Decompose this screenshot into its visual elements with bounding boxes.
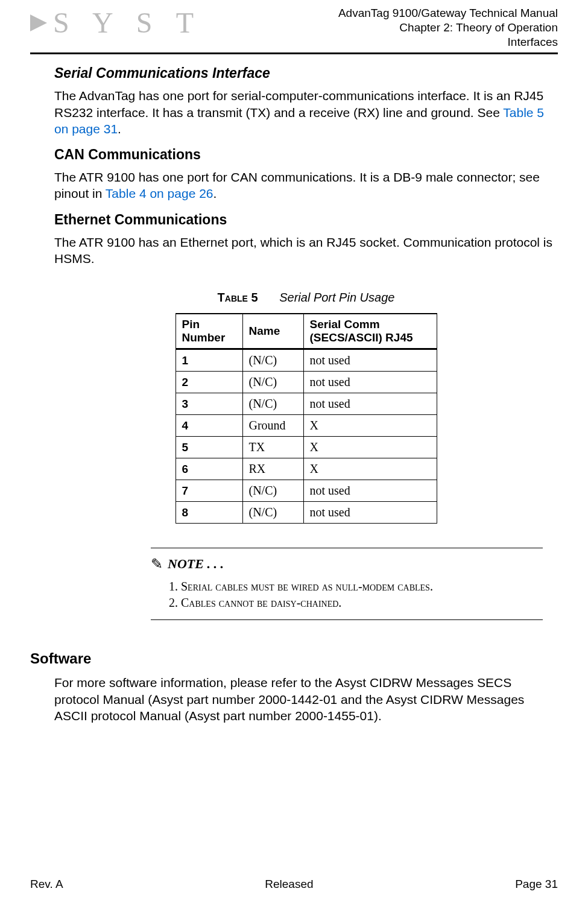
can-body-b: .: [213, 186, 217, 200]
note-item-1: 1. Serial cables must be wired as null-m…: [169, 578, 543, 595]
table-title: Serial Port Pin Usage: [279, 291, 394, 304]
serial-body-b: .: [118, 122, 121, 136]
pin-usage-table: Pin Number Name Serial Comm (SECS/ASCII)…: [175, 313, 437, 524]
note-item-2: 2. Cables cannot be daisy-chained.: [169, 595, 543, 611]
table4-link[interactable]: Table 4 on page 26: [106, 186, 213, 200]
header-meta: AdvanTag 9100/Gateway Technical Manual C…: [338, 6, 558, 49]
footer-status: Released: [265, 878, 313, 891]
note-title: NOTE . . .: [168, 556, 224, 572]
table-row: 5TXX: [175, 437, 437, 458]
logo-triangle-icon: [30, 14, 47, 31]
table-caption: Table 5 Serial Port Pin Usage: [54, 291, 558, 305]
header-section: Interfaces: [338, 35, 558, 49]
table-row: 7(N/C)not used: [175, 480, 437, 502]
software-body: For more software information, please re…: [54, 674, 558, 724]
can-comm-heading: CAN Communications: [54, 147, 558, 163]
header-chapter: Chapter 2: Theory of Operation: [338, 21, 558, 35]
software-heading: Software: [30, 650, 558, 667]
page-header: S Y S T AdvanTag 9100/Gateway Technical …: [30, 6, 558, 54]
table-row: 6RXX: [175, 458, 437, 480]
pencil-icon: ✎: [151, 556, 163, 572]
eth-comm-heading: Ethernet Communications: [54, 212, 558, 228]
th-usage: Serial Comm (SECS/ASCII) RJ45: [303, 314, 437, 349]
table-row: 3(N/C)not used: [175, 393, 437, 415]
logo: S Y S T: [30, 6, 202, 39]
th-name: Name: [242, 314, 303, 349]
table-row: 4GroundX: [175, 415, 437, 437]
table-row: 2(N/C)not used: [175, 372, 437, 393]
serial-body-a: The AdvanTag has one port for serial-com…: [54, 89, 543, 119]
eth-comm-body: The ATR 9100 has an Ethernet port, which…: [54, 234, 558, 267]
serial-comm-heading: Serial Communications Interface: [54, 65, 558, 81]
table-header-row: Pin Number Name Serial Comm (SECS/ASCII)…: [175, 314, 437, 349]
table-number: Table 5: [218, 291, 258, 304]
footer-page: Page 31: [515, 878, 558, 891]
logo-text: S Y S T: [53, 6, 202, 39]
table-row: 1(N/C)not used: [175, 349, 437, 372]
footer-rev: Rev. A: [30, 878, 63, 891]
serial-comm-body: The AdvanTag has one port for serial-com…: [54, 87, 558, 137]
can-comm-body: The ATR 9100 has one port for CAN commun…: [54, 169, 558, 202]
header-manual-title: AdvanTag 9100/Gateway Technical Manual: [338, 6, 558, 21]
page-footer: Rev. A Released Page 31: [30, 878, 558, 909]
note-box: ✎ NOTE . . . 1. Serial cables must be wi…: [151, 548, 543, 620]
th-pin: Pin Number: [175, 314, 242, 349]
table-row: 8(N/C)not used: [175, 502, 437, 524]
